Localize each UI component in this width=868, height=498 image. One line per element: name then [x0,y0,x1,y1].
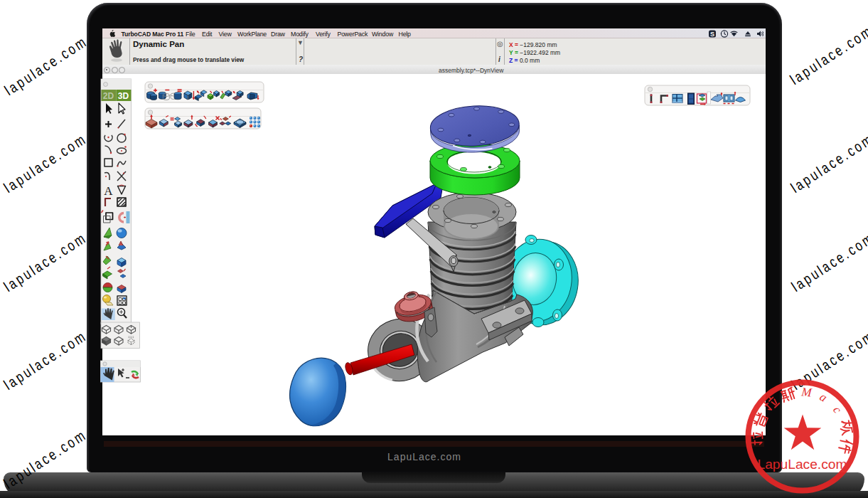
svg-text:2D: 2D [103,91,114,101]
svg-text:M: M [800,385,813,399]
svg-text:c: c [830,403,845,416]
svg-text:3D: 3D [118,91,129,101]
svg-text:A: A [104,184,113,198]
svg-text:a: a [818,390,830,405]
svg-text:LapuLace.com: LapuLace.com [758,457,847,472]
svg-text:S: S [710,30,714,37]
